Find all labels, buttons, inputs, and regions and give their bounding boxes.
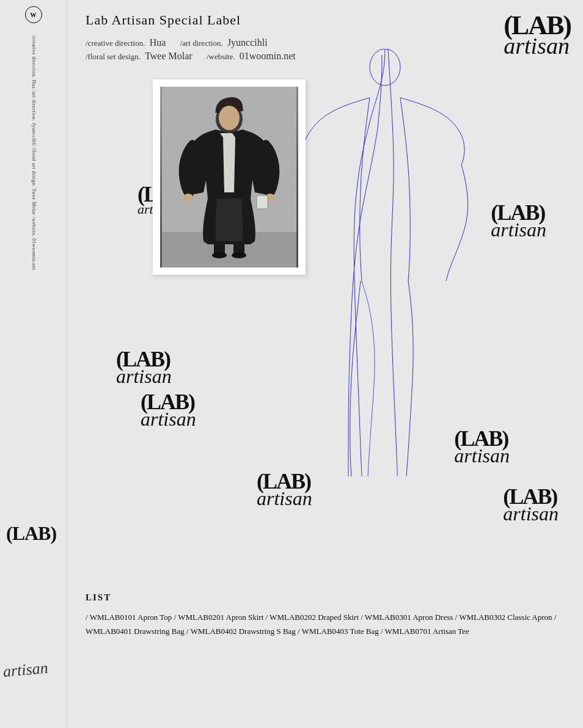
person-svg — [162, 87, 296, 268]
artisan-script: artisan — [116, 366, 172, 386]
creative-label: /creative direction. — [86, 38, 145, 48]
svg-point-11 — [232, 252, 246, 258]
creative-name: Hua — [150, 37, 166, 48]
credits-line1: /creative direction. Hua /art direction.… — [86, 37, 565, 48]
sidebar-logo: W — [25, 6, 42, 23]
lab-logo-bottom-left-1: (LAB) artisan — [116, 348, 172, 386]
floral-label: /floral set design. — [86, 52, 141, 61]
lab-logo-bottom-left-2: (LAB) artisan — [141, 391, 196, 429]
list-section: LIST / WMLAB0101 Apron Top / WMLAB0201 A… — [86, 592, 565, 667]
list-title: LIST — [86, 592, 565, 603]
sidebar: W /creative direction. Hua /art directio… — [0, 0, 67, 728]
list-items: / WMLAB0101 Apron Top / WMLAB0201 Apron … — [86, 610, 565, 639]
lab-logo-bottom-right-2: (LAB) artisan — [503, 486, 559, 523]
artisan-script: artisan — [141, 409, 196, 429]
fashion-photo — [153, 79, 306, 275]
art-name: Jyunccihli — [227, 37, 268, 48]
svg-point-4 — [219, 106, 240, 130]
artisan-script: artisan — [257, 489, 312, 508]
svg-point-10 — [212, 252, 227, 258]
floral-name: Twee Molar — [145, 51, 193, 61]
credits-text: /creative direction. Hua /art direction.… — [31, 35, 37, 270]
logo-letter: W — [31, 12, 37, 18]
svg-point-5 — [183, 194, 193, 201]
website-label: /website. — [207, 52, 235, 61]
art-label: /art direction. — [180, 38, 223, 48]
sidebar-artisan-label: artisan — [2, 659, 49, 681]
sidebar-credits: /creative direction. Hua /art direction.… — [29, 35, 38, 270]
page-title: Lab Artisan Special Label — [86, 12, 565, 28]
main-content: Lab Artisan Special Label /creative dire… — [67, 0, 583, 728]
artisan-script: artisan — [503, 504, 559, 523]
svg-rect-7 — [257, 195, 268, 209]
sidebar-lab-label: (LAB) — [6, 522, 56, 545]
photo-inner — [160, 87, 298, 268]
